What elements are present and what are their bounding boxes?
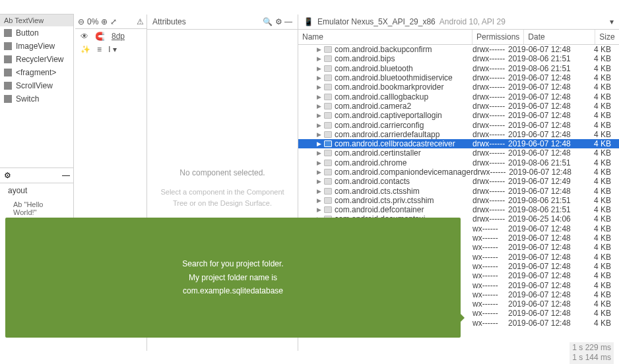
table-row[interactable]: ▶com.android.defcontainerdrwx------2019-… [298,205,619,214]
table-row[interactable]: ▶com.android.contactsdrwx------2019-06-0… [298,177,619,186]
zoom-in-icon[interactable]: ⊕ [101,17,108,26]
widget-label: RecyclerView [16,55,63,64]
tree-gear-icon[interactable]: ⚙ [4,171,11,180]
file-perm: wx------ [472,262,508,271]
zoom-fit-icon[interactable]: ⤢ [110,17,117,26]
expand-icon[interactable]: ▶ [317,150,321,156]
col-name[interactable]: Name [298,30,472,44]
table-row[interactable]: ▶com.android.carrierconfigdrwx------2019… [298,120,619,129]
zoom-out-icon[interactable]: ⊖ [78,17,84,26]
table-row[interactable]: ▶com.android.camera2drwx------2019-06-07… [298,102,619,111]
attr-empty-msg: No component selected. [158,168,287,177]
file-perm: drwx------ [472,92,508,102]
palette-section-textview[interactable]: Ab TextView [0,15,73,26]
design-toolbar: 👁 🧲 8dp ✨ ≡ Ⅰ ▾ [81,32,125,54]
expand-icon[interactable]: ▶ [317,103,321,109]
table-row[interactable]: ▶com.android.chromedrwx------2019-08-06 … [298,158,619,167]
guideline-icon[interactable]: Ⅰ ▾ [108,45,117,54]
expand-icon[interactable]: ▶ [317,178,321,185]
expand-icon[interactable]: ▶ [317,112,321,119]
file-date: 2019-06-07 12:48 [508,233,579,243]
folder-icon [324,94,332,100]
folder-icon [324,103,332,109]
tree-root-layout[interactable]: ayout [0,183,74,198]
file-date: 2019-06-07 12:48 [508,299,579,309]
palette-item[interactable]: ScrollView [0,79,73,92]
file-name: com.android.companiondevicemanager [335,167,473,177]
attr-collapse-icon[interactable]: — [284,17,292,26]
file-date: 2019-06-07 12:48 [508,121,579,130]
expand-icon[interactable]: ▶ [317,131,321,138]
file-date: 2019-06-07 12:48 [508,148,579,158]
expand-icon[interactable]: ▶ [317,206,321,213]
file-size: 4 KB [579,309,619,318]
palette-item[interactable]: Switch [0,92,73,106]
table-row[interactable]: ▶com.android.cts.ctsshimdrwx------2019-0… [298,186,619,195]
expand-icon[interactable]: ▶ [317,160,321,166]
eye-icon[interactable]: 👁 [81,32,88,41]
tree-collapse-icon[interactable]: — [62,171,70,180]
file-date: 2019-06-07 12:48 [508,45,579,54]
table-row[interactable]: ▶com.android.bluetoothdrwx------2019-08-… [298,64,619,73]
align-icon[interactable]: ≡ [97,45,102,54]
file-size: 4 KB [579,318,619,328]
table-row[interactable]: ▶com.android.bipsdrwx------2019-08-06 21… [298,54,619,63]
attr-search-icon[interactable]: 🔍 [263,17,273,26]
table-row[interactable]: ▶com.android.calllogbackupdrwx------2019… [298,92,619,101]
expand-icon[interactable]: ▶ [317,84,321,90]
expand-icon[interactable]: ▶ [317,55,321,62]
tree-hello-world[interactable]: Ab "Hello World!" [0,198,74,219]
expand-icon[interactable]: ▶ [317,65,321,72]
file-date: 2019-08-06 21:51 [508,196,579,205]
file-name: com.android.certinstaller [335,148,421,158]
expand-icon[interactable]: ▶ [317,46,321,53]
palette-item[interactable]: RecyclerView [0,53,73,66]
file-perm: wx------ [472,233,508,243]
table-row[interactable]: ▶com.android.bluetoothmidiservicedrwx---… [298,73,619,82]
table-row[interactable]: ▶com.android.cts.priv.ctsshimdrwx------2… [298,196,619,205]
file-name: com.android.camera2 [335,102,411,111]
attributes-title: Attributes [152,17,186,26]
file-date: 2019-06-07 12:48 [508,130,579,139]
table-row[interactable]: ▶com.android.cellbroadcastreceiverdrwx--… [298,139,619,148]
file-size: 4 KB [579,82,619,92]
palette-item[interactable]: <fragment> [0,66,73,79]
device-selector[interactable]: 📱 Emulator Nexus_5X_API_29_x86 Android 1… [298,15,619,30]
attr-empty-sub: Select a component in the Component Tree… [158,187,287,208]
expand-icon[interactable]: ▶ [317,169,321,175]
table-row[interactable]: ▶com.android.captiveportallogindrwx-----… [298,111,619,120]
file-date: 2019-08-06 21:51 [508,158,579,167]
build-timing: 1 s 229 ms 1 s 144 ms [570,342,614,364]
folder-icon [324,160,332,166]
wand-icon[interactable]: ✨ [81,45,90,54]
folder-icon [324,75,332,81]
widget-label: ScrollView [16,81,53,90]
file-date: 2019-06-25 14:06 [508,214,579,224]
col-date[interactable]: Date [524,30,595,44]
col-size[interactable]: Size [595,30,619,44]
palette-item[interactable]: Button [0,26,73,40]
file-perm: drwx------ [472,214,508,224]
expand-icon[interactable]: ▶ [317,122,321,129]
table-row[interactable]: ▶com.android.companiondevicemanagerdrwx-… [298,167,619,177]
table-row[interactable]: ▶com.android.carrierdefaultappdrwx------… [298,130,619,139]
expand-icon[interactable]: ▶ [317,188,321,195]
table-row[interactable]: ▶com.android.certinstallerdrwx------2019… [298,148,619,158]
widget-icon [4,69,12,76]
table-row[interactable]: ▶com.android.backupconfirmdrwx------2019… [298,45,619,54]
file-date: 2019-06-07 12:48 [508,102,579,111]
attr-gear-icon[interactable]: ⚙ [275,17,282,26]
expand-icon[interactable]: ▶ [317,94,321,100]
table-row[interactable]: ▶com.android.bookmarkproviderdrwx------2… [298,82,619,92]
file-perm: drwx------ [472,54,508,63]
file-size: 4 KB [579,111,619,120]
chevron-down-icon: ▾ [610,17,614,26]
warnings-icon[interactable]: ⚠ [137,17,144,26]
palette-item[interactable]: ImageView [0,40,73,53]
default-margin[interactable]: 8dp [112,32,125,41]
col-permissions[interactable]: Permissions [472,30,524,44]
magnet-icon[interactable]: 🧲 [95,32,105,41]
expand-icon[interactable]: ▶ [317,197,321,204]
expand-icon[interactable]: ▶ [317,140,321,147]
expand-icon[interactable]: ▶ [317,75,321,81]
